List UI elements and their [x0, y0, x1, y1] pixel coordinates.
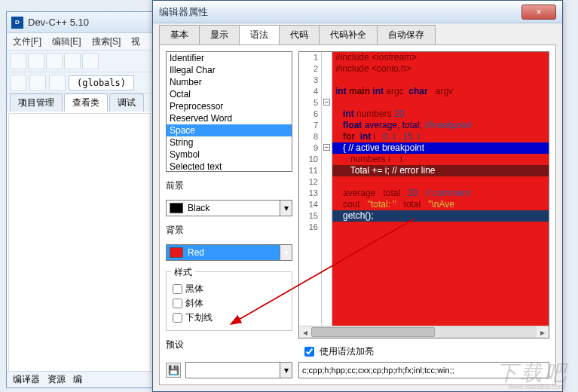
tab-debug[interactable]: 调试 — [109, 93, 144, 112]
toolbar-button[interactable] — [46, 53, 63, 69]
toolbar-button[interactable] — [82, 53, 99, 69]
scroll-left-icon[interactable]: ◂ — [299, 326, 311, 338]
toolbar-button[interactable] — [29, 75, 46, 91]
code-preview: 1234 5678 9101112 13141516 − − #include … — [298, 51, 549, 338]
chevron-down-icon[interactable]: ▾ — [280, 201, 292, 216]
use-highlight-checkbox[interactable] — [304, 347, 314, 357]
bold-checkbox-row[interactable]: 黑体 — [173, 283, 286, 296]
status-log[interactable]: 编 — [73, 373, 82, 386]
toolbar-button[interactable] — [64, 53, 81, 69]
tab-syntax[interactable]: 语法 — [239, 25, 280, 44]
preset-label: 预设 — [166, 338, 292, 351]
menu-view[interactable]: 视 — [131, 35, 140, 48]
globals-dropdown[interactable]: (globals) — [69, 75, 134, 90]
bold-checkbox[interactable] — [173, 284, 182, 294]
italic-checkbox-row[interactable]: 斜体 — [173, 297, 286, 310]
list-item[interactable]: String — [167, 136, 292, 149]
list-item-selected[interactable]: Space — [167, 124, 292, 136]
underline-checkbox-row[interactable]: 下划线 — [173, 311, 286, 324]
fold-icon[interactable]: − — [323, 99, 330, 106]
tab-classes[interactable]: 查看类 — [64, 93, 108, 112]
close-icon: × — [536, 7, 541, 17]
line-gutter: 1234 5678 9101112 13141516 — [299, 52, 322, 326]
list-item[interactable]: Preprocessor — [167, 100, 292, 112]
background-color-picker[interactable]: Red ▾ — [166, 244, 292, 261]
statusbar: 编译器 资源 编 — [7, 371, 152, 387]
devcpp-icon: D — [11, 17, 23, 29]
devcpp-main-window: D Dev-C++ 5.10 文件[F] 编辑[E] 搜索[S] 视 (glob… — [6, 11, 153, 388]
toolbar-button[interactable] — [10, 75, 26, 91]
chevron-down-icon[interactable]: ▾ — [280, 245, 292, 260]
background-label: 背景 — [166, 224, 292, 237]
main-titlebar: D Dev-C++ 5.10 — [7, 12, 152, 33]
code-area: #include <iostream> #include <conio.h> i… — [332, 52, 549, 326]
status-res[interactable]: 资源 — [47, 373, 66, 386]
tab-project[interactable]: 项目管理 — [10, 93, 63, 112]
use-highlight-label: 使用语法加亮 — [320, 345, 374, 358]
fold-icon[interactable]: − — [323, 144, 330, 151]
editor-properties-dialog: 编辑器属性 × 基本 显示 语法 代码 代码补全 自动保存 Identifier… — [152, 0, 563, 392]
tab-completion[interactable]: 代码补全 — [319, 25, 378, 44]
dialog-title: 编辑器属性 — [159, 5, 521, 19]
dialog-content: Identifier Illegal Char Number Octal Pre… — [159, 44, 556, 385]
list-item[interactable]: Number — [167, 76, 292, 88]
horizontal-scrollbar[interactable]: ◂ ▸ — [299, 326, 549, 338]
list-item[interactable]: Octal — [167, 88, 292, 100]
style-groupbox: 样式 黑体 斜体 下划线 — [166, 271, 292, 331]
scroll-right-icon[interactable]: ▸ — [537, 326, 549, 338]
menu-search[interactable]: 搜索[S] — [92, 35, 121, 48]
chevron-down-icon[interactable]: ▾ — [280, 363, 292, 378]
foreground-value: Black — [186, 203, 280, 213]
menu-file[interactable]: 文件[F] — [13, 35, 41, 48]
main-title: Dev-C++ 5.10 — [28, 17, 89, 28]
toolbar-button[interactable] — [10, 53, 26, 69]
list-item[interactable]: Reserved Word — [167, 112, 292, 124]
toolbar-row2: (globals) — [7, 72, 152, 93]
italic-checkbox[interactable] — [173, 299, 182, 308]
tab-display[interactable]: 显示 — [199, 25, 240, 44]
color-swatch-red — [170, 247, 183, 258]
watermark-url: www.xiazaiba.com — [509, 383, 564, 390]
syntax-element-list[interactable]: Identifier Illegal Char Number Octal Pre… — [166, 51, 292, 172]
toolbar — [7, 50, 152, 72]
toolbar-button[interactable] — [49, 75, 66, 91]
menu-edit[interactable]: 编辑[E] — [52, 35, 81, 48]
list-item[interactable]: Illegal Char — [167, 64, 292, 76]
menubar: 文件[F] 编辑[E] 搜索[S] 视 — [7, 33, 152, 50]
dialog-titlebar[interactable]: 编辑器属性 × — [153, 1, 562, 23]
color-swatch-black — [170, 203, 183, 213]
save-preset-icon[interactable]: 💾 — [166, 363, 181, 378]
tab-basic[interactable]: 基本 — [159, 25, 200, 44]
toolbar-button[interactable] — [28, 53, 44, 69]
panel-body — [8, 113, 151, 384]
tab-code[interactable]: 代码 — [279, 25, 320, 44]
list-item[interactable]: Symbol — [167, 149, 292, 161]
tab-autosave[interactable]: 自动保存 — [377, 25, 436, 44]
close-button[interactable]: × — [521, 5, 556, 20]
panel-tabs: 项目管理 查看类 调试 — [7, 93, 152, 112]
style-legend: 样式 — [171, 266, 195, 279]
list-item[interactable]: Identifier — [167, 52, 292, 64]
scrollbar-thumb[interactable] — [311, 327, 435, 337]
dialog-tabs: 基本 显示 语法 代码 代码补全 自动保存 — [153, 23, 562, 44]
list-item[interactable]: Selected text — [167, 161, 292, 172]
background-value: Red — [186, 247, 280, 258]
status-compiler[interactable]: 编译器 — [13, 373, 40, 386]
use-highlight-row[interactable]: 使用语法加亮 — [301, 345, 549, 359]
preset-dropdown[interactable]: ▾ — [185, 362, 292, 378]
foreground-color-picker[interactable]: Black ▾ — [166, 200, 292, 216]
underline-checkbox[interactable] — [173, 313, 182, 323]
fold-gutter: − − — [322, 52, 332, 326]
foreground-label: 前景 — [166, 179, 292, 192]
